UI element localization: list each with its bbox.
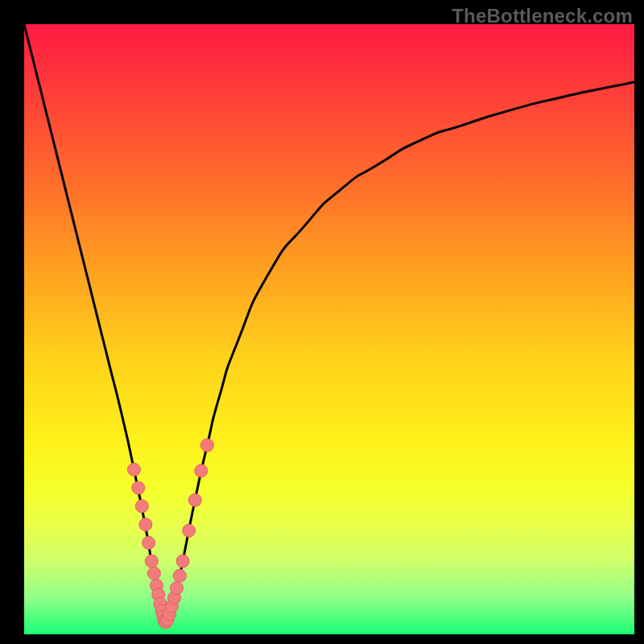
data-marker — [147, 567, 160, 580]
marker-group — [127, 439, 213, 629]
data-marker — [200, 439, 213, 452]
data-marker — [188, 493, 201, 506]
chart-frame: TheBottleneck.com — [0, 0, 644, 644]
plot-area — [24, 24, 634, 634]
data-marker — [142, 536, 155, 549]
data-marker — [139, 518, 152, 531]
data-marker — [127, 463, 140, 476]
data-marker — [145, 555, 158, 568]
chart-svg — [24, 24, 634, 634]
bottleneck-curve — [24, 24, 634, 625]
data-marker — [132, 481, 145, 494]
data-marker — [173, 569, 186, 582]
data-marker — [171, 581, 184, 594]
data-marker — [176, 555, 189, 568]
data-marker — [135, 500, 148, 513]
data-marker — [195, 464, 208, 477]
data-marker — [183, 524, 196, 537]
